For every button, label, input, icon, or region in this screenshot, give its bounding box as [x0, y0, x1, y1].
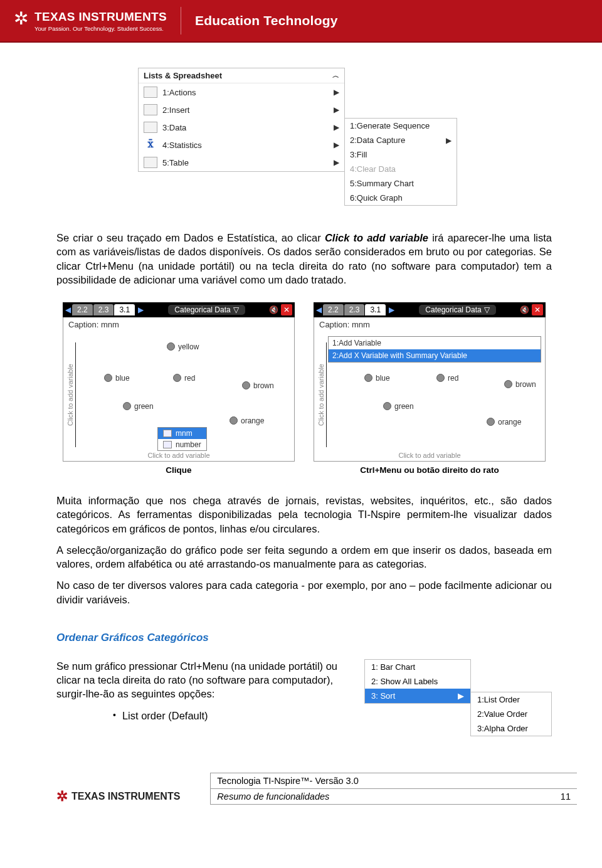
sort-sub-list-order[interactable]: 1:List Order — [471, 692, 551, 707]
menu-item-insert[interactable]: 2:Insert ▶ — [139, 101, 344, 119]
dot-label: orange — [498, 418, 521, 426]
data-dot[interactable] — [504, 380, 512, 388]
submenu-item-label: 1:Generate Sequence — [350, 121, 430, 130]
dot-label: green — [394, 402, 414, 411]
var-icon — [163, 430, 172, 437]
context-item-add-x-variable-summary[interactable]: 2:Add X Variable with Summary Variable — [329, 349, 541, 362]
sort-paragraph: Se num gráfico pressionar Ctrl+Menu (na … — [56, 659, 351, 701]
screenshot-clique: ◀ 2.2 2.3 3.1 ▶ Categorical Data▽ 🔇 ✕ Ca… — [63, 302, 295, 475]
paragraph-2: Muita informação que nos chega através d… — [56, 494, 552, 536]
page-header: ✲ TEXAS INSTRUMENTS Your Passion. Our Te… — [0, 0, 602, 43]
x-axis-add-variable[interactable]: Click to add variable — [63, 452, 294, 459]
screenshots-row: ◀ 2.2 2.3 3.1 ▶ Categorical Data▽ 🔇 ✕ Ca… — [56, 302, 552, 475]
y-axis-label: Click to add variable — [66, 364, 74, 426]
submenu-item-summary-chart[interactable]: 5:Summary Chart — [345, 176, 457, 191]
sort-item-label: 1:List Order — [477, 695, 520, 704]
popup-item-mnm[interactable]: mnm — [158, 428, 206, 439]
context-item-add-variable[interactable]: 1:Add Variable — [329, 337, 541, 349]
menu-item-label: 2:Insert — [162, 105, 189, 115]
sound-icon[interactable]: 🔇 — [520, 305, 530, 315]
menu-item-label: 1:Actions — [162, 88, 196, 97]
calc-body: Caption: mnm Click to add variable 1:Add… — [314, 317, 546, 462]
sort-paragraph-block: Se num gráfico pressionar Ctrl+Menu (na … — [56, 659, 351, 722]
menu-item-statistics[interactable]: x̄4:Statistics ▶ — [139, 136, 344, 154]
sort-block: Se num gráfico pressionar Ctrl+Menu (na … — [56, 659, 552, 736]
sort-item-bar-chart[interactable]: 1: Bar Chart — [365, 660, 470, 674]
popup-item-label: mnm — [176, 429, 193, 438]
menu-main-title: Lists & Spreadsheet — [144, 71, 222, 80]
screenshot-caption-right: Ctrl+Menu ou botão direito do rato — [314, 465, 546, 475]
paragraph-4: No caso de ter diversos valores para cad… — [56, 578, 552, 606]
submenu-item-quick-graph[interactable]: 6:Quick Graph — [345, 191, 457, 205]
calc-title-pill[interactable]: Categorical Data▽ — [419, 305, 495, 315]
nav-left-icon[interactable]: ◀ — [316, 305, 322, 314]
y-axis-add-variable[interactable]: Click to add variable — [65, 342, 76, 447]
dot-label: red — [184, 374, 195, 383]
data-dot[interactable] — [230, 416, 238, 425]
popup-item-number[interactable]: number — [158, 439, 206, 450]
text-span: Se criar o seu traçado em Dados e Estatí… — [56, 232, 325, 243]
footer-page-number: 11 — [561, 791, 571, 802]
sort-sub-alpha-order[interactable]: 3:Alpha Order — [471, 721, 551, 736]
calc-caption: Caption: mnm — [63, 317, 294, 332]
sort-sub-value-order[interactable]: 2:Value Order — [471, 707, 551, 721]
calc-tab-active[interactable]: 3.1 — [114, 304, 135, 315]
y-axis-add-variable[interactable]: Click to add variable — [315, 342, 327, 447]
submenu-item-fill[interactable]: 3:Fill — [345, 147, 457, 162]
dot-label: brown — [515, 380, 536, 389]
calc-tab[interactable]: 2.2 — [72, 304, 93, 315]
footer-line1: Tecnologia TI-Nspire™- Versão 3.0 — [211, 773, 577, 789]
calc-tab-active[interactable]: 3.1 — [365, 304, 386, 315]
sound-icon[interactable]: 🔇 — [269, 305, 279, 315]
click-to-add-variable-label: Click to add variable — [325, 232, 428, 243]
menu-sub-panel: 1:Generate Sequence 2:Data Capture▶ 3:Fi… — [344, 118, 457, 206]
nav-right-icon[interactable]: ▶ — [138, 305, 144, 314]
close-icon[interactable]: ✕ — [281, 304, 292, 315]
sort-item-label: 2: Show All Labels — [371, 677, 438, 686]
menu-main-title-row[interactable]: Lists & Spreadsheet ︿ — [139, 68, 344, 83]
sort-main-panel: 1: Bar Chart 2: Show All Labels 3: Sort▶ — [364, 659, 471, 704]
actions-icon — [144, 87, 157, 98]
data-dot[interactable] — [167, 342, 175, 351]
data-dot[interactable] — [436, 374, 445, 382]
menu-item-data[interactable]: 3:Data ▶ — [139, 119, 344, 136]
sort-item-sort[interactable]: 3: Sort▶ — [365, 689, 470, 703]
calc-title: Categorical Data — [174, 305, 230, 314]
footer-info-box: Tecnologia TI-Nspire™- Versão 3.0 Resumo… — [210, 773, 577, 805]
menu-item-actions[interactable]: 1:Actions ▶ — [139, 83, 344, 101]
x-axis-add-variable[interactable]: Click to add variable — [314, 452, 545, 459]
data-dot[interactable] — [242, 381, 250, 389]
sort-menus: 1: Bar Chart 2: Show All Labels 3: Sort▶… — [364, 659, 552, 736]
submenu-arrow-icon: ▶ — [458, 691, 464, 701]
submenu-item-label: 2:Data Capture — [350, 135, 405, 145]
calc-tab[interactable]: 2.3 — [93, 304, 114, 315]
nav-right-icon[interactable]: ▶ — [389, 305, 394, 314]
nav-left-icon[interactable]: ◀ — [65, 305, 71, 314]
insert-icon — [144, 104, 157, 115]
bullet-icon: • — [113, 709, 116, 721]
submenu-item-generate-sequence[interactable]: 1:Generate Sequence — [345, 119, 457, 133]
dropdown-icon: ▽ — [484, 305, 490, 314]
data-dot[interactable] — [173, 374, 181, 382]
data-dot[interactable] — [123, 402, 131, 410]
dot-label: green — [134, 402, 154, 411]
collapse-icon[interactable]: ︿ — [332, 71, 339, 80]
dot-label: orange — [241, 416, 264, 425]
page-footer: ✲ TEXAS INSTRUMENTS Tecnologia TI-Nspire… — [0, 773, 602, 805]
menu-item-table[interactable]: 5:Table ▶ — [139, 154, 344, 171]
submenu-item-label: 6:Quick Graph — [350, 193, 403, 203]
data-dot[interactable] — [364, 374, 372, 382]
data-dot[interactable] — [104, 374, 112, 382]
calc-tab[interactable]: 2.3 — [344, 304, 365, 315]
footer-line2: Resumo de funcionalidades — [217, 791, 329, 802]
footer-line2-row: Resumo de funcionalidades 11 — [211, 789, 577, 805]
close-icon[interactable]: ✕ — [532, 304, 543, 315]
paragraph-3: A selecção/organização do gráfico pode s… — [56, 543, 552, 571]
calc-tab[interactable]: 2.2 — [323, 304, 344, 315]
sort-item-show-all-labels[interactable]: 2: Show All Labels — [365, 674, 470, 689]
data-dot[interactable] — [383, 402, 391, 410]
submenu-arrow-icon: ▶ — [334, 105, 339, 114]
calc-title-pill[interactable]: Categorical Data▽ — [168, 305, 245, 315]
data-dot[interactable] — [487, 418, 495, 426]
submenu-item-data-capture[interactable]: 2:Data Capture▶ — [345, 133, 457, 147]
